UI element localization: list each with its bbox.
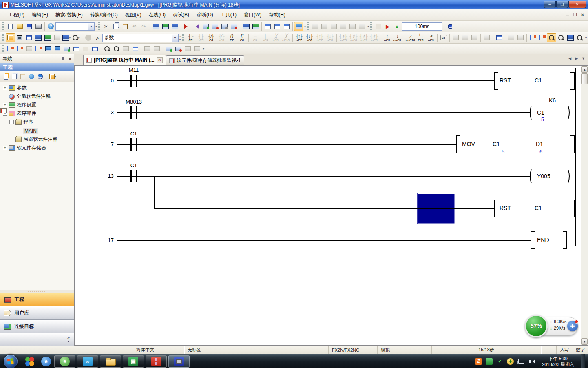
ladder-delete-line-button[interactable]: ⌿caF10 xyxy=(405,33,416,43)
expander-icon[interactable]: + xyxy=(3,103,7,107)
taskbar-item-gx-works2[interactable]: ╬ xyxy=(146,355,167,368)
taskbar-item-explorer[interactable] xyxy=(100,355,121,368)
taskbar-item-netdisk[interactable]: ∞ xyxy=(77,355,98,368)
sfc-step-button[interactable] xyxy=(320,22,329,31)
monitor-window-button[interactable] xyxy=(547,33,556,42)
module-config-button[interactable] xyxy=(15,33,24,42)
taskbar-item-360[interactable] xyxy=(22,355,38,368)
nav-button-user-library[interactable]: 用户库 xyxy=(0,306,74,320)
inline-st-button[interactable] xyxy=(451,33,460,42)
close-button[interactable]: ✕ xyxy=(568,1,586,8)
panel-splitter[interactable]: ········· xyxy=(0,290,74,293)
undo-button[interactable]: ↶ xyxy=(130,22,139,31)
help-button[interactable]: ? xyxy=(46,22,55,31)
device-comment-display-button[interactable] xyxy=(34,33,43,42)
tree-item-global-comment[interactable]: 全局软元件注释 xyxy=(0,92,74,101)
net-speed-gauge[interactable]: ↑ 8.3K/s ↓ 29K/s ✚ 57% xyxy=(525,315,579,338)
device-note-button[interactable] xyxy=(53,33,62,42)
ladder-edit-icon-2[interactable] xyxy=(15,44,24,53)
cut-button[interactable]: ✂ xyxy=(102,22,111,31)
watch-icon-1[interactable] xyxy=(102,44,112,53)
panel-close-icon[interactable]: ✕ xyxy=(69,57,72,61)
scrollbar-thumb[interactable] xyxy=(581,73,588,84)
watch-flag-button[interactable] xyxy=(445,22,455,31)
rung-0-operand[interactable]: C1 xyxy=(535,77,542,84)
window-tile-button[interactable] xyxy=(272,22,282,31)
ladder-edit-icon-5[interactable] xyxy=(43,44,53,53)
tree-expand-button[interactable] xyxy=(528,33,537,42)
st-editor-button[interactable]: ST xyxy=(439,33,448,42)
taskbar-item-gx-simulator[interactable] xyxy=(168,355,190,368)
scroll-up-icon[interactable]: ▲ xyxy=(581,66,588,73)
rung-3-coil[interactable]: C1 xyxy=(537,109,544,116)
sfc-block-button[interactable] xyxy=(310,22,320,31)
ladder-open-contact-button[interactable]: ┤├F5 xyxy=(186,33,196,43)
watch-icon-2[interactable] xyxy=(112,44,121,53)
monitor-pause-button[interactable] xyxy=(220,22,229,31)
tray-security-icon[interactable]: ✚ xyxy=(507,358,514,365)
toolbar-grip[interactable] xyxy=(182,34,184,42)
toolbar-overflow-icon[interactable]: ▾ xyxy=(95,25,97,28)
restore-button[interactable]: ❐ xyxy=(556,1,568,8)
sfc-zoom-button[interactable] xyxy=(348,22,357,31)
tray-network-icon[interactable] xyxy=(517,358,524,365)
expander-icon[interactable]: - xyxy=(9,120,14,124)
rung-7-instruction[interactable]: MOV xyxy=(462,141,475,147)
tree-item-pou[interactable]: - 程序部件 xyxy=(0,109,74,118)
menu-debug[interactable]: 调试(B) xyxy=(169,10,193,20)
tab-scroll-right-icon[interactable]: ▶ xyxy=(575,56,578,60)
tab-list-icon[interactable]: ▼ xyxy=(581,56,585,60)
rung-13-coil[interactable]: Y005 xyxy=(537,173,550,180)
mdi-close-button[interactable]: ✕ xyxy=(581,13,584,17)
ladder-edit-icon-6[interactable] xyxy=(53,44,62,53)
ladder-falling-pulse-branch-button[interactable]: ┤↓├aF8 xyxy=(325,33,335,43)
help-context-button[interactable] xyxy=(84,33,93,42)
navigation-toggle-button[interactable] xyxy=(6,33,15,42)
toolbar-overflow-icon[interactable]: ▾ xyxy=(203,47,204,50)
ladder-edit-icon-1[interactable] xyxy=(6,44,15,53)
device-display-button[interactable] xyxy=(566,33,575,42)
find-button[interactable]: ⌕ xyxy=(93,33,102,42)
tree-item-program-setting[interactable]: + 程序设置 xyxy=(0,101,74,109)
ladder-invert-result-button[interactable]: ↑aF5 xyxy=(382,33,392,43)
menu-window[interactable]: 窗口(W) xyxy=(240,10,265,20)
simulator-button[interactable] xyxy=(294,22,303,31)
zoom-button[interactable] xyxy=(575,33,584,42)
ladder-rising-pulse-button[interactable]: ┤↑├sF7 xyxy=(294,33,304,43)
tree-edit-button[interactable] xyxy=(537,33,547,42)
copy-data-icon[interactable] xyxy=(11,73,18,80)
ladder-rising-pulse-branch-button[interactable]: ┤↑├aF7 xyxy=(314,33,325,43)
sort-dropdown-icon[interactable]: ▾ xyxy=(49,73,56,80)
tab-scroll-left-icon[interactable]: ◀ xyxy=(568,56,571,60)
device-display-format-button[interactable]: ▾ xyxy=(62,33,71,42)
taskbar-item-green-browser[interactable]: e xyxy=(54,355,75,368)
branch-operand[interactable]: C1 xyxy=(535,205,542,211)
data-select-combo[interactable]: 参数▼ xyxy=(102,34,179,42)
ladder-draw-line-button[interactable]: └┐F10 xyxy=(416,33,426,43)
tray-volume-icon[interactable] xyxy=(528,358,535,365)
rung-7-source[interactable]: C1 xyxy=(493,141,500,147)
ladder-edit-icon-9[interactable] xyxy=(81,44,90,53)
device-find-button[interactable]: ▾ xyxy=(71,33,81,42)
dev-watch-icon-1[interactable] xyxy=(143,44,152,53)
sfc-transition-button[interactable] xyxy=(329,22,338,31)
branch-instruction[interactable]: RST xyxy=(500,205,511,211)
ladder-closed-branch-button[interactable]: ┤/├sF6 xyxy=(216,33,226,43)
device-batch-monitor2-button[interactable] xyxy=(251,22,260,31)
tree-item-device-memory[interactable]: + 软元件存储器 xyxy=(0,144,74,152)
ladder-editor[interactable]: 0 M11 RST C1 3 M8013 K6 C1 5 xyxy=(74,65,588,346)
toolbar-overflow-icon[interactable]: »▾ xyxy=(179,35,181,41)
device-comment-button[interactable] xyxy=(151,22,161,31)
taskbar-item-gx-configurator[interactable]: ▣ xyxy=(123,355,144,368)
sfc-zoom2-button[interactable] xyxy=(357,22,367,31)
watch-start-icon[interactable] xyxy=(164,44,174,53)
rung-7-destination[interactable]: D1 xyxy=(536,141,543,147)
taskbar-clock[interactable]: 下午 5:39 2018/2/3 星期六 xyxy=(539,356,577,367)
save-project-button[interactable] xyxy=(24,22,34,31)
scroll-down-icon[interactable]: ▼ xyxy=(581,338,588,345)
toolbar-grip[interactable] xyxy=(370,22,372,31)
paste-data-icon[interactable] xyxy=(19,73,27,80)
ladder-edit-icon-4[interactable] xyxy=(34,44,43,53)
nav-button-connection[interactable]: 连接目标 xyxy=(0,320,74,333)
toolbar-grip[interactable] xyxy=(2,45,4,53)
